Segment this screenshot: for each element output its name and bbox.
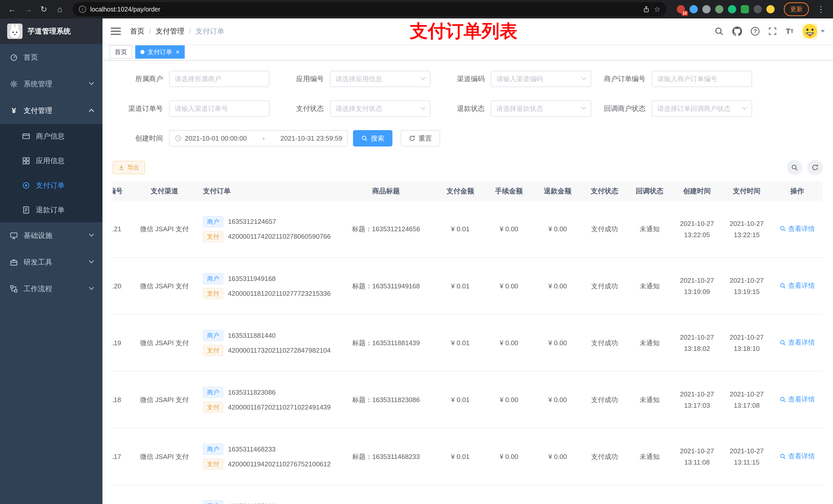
extension-icon[interactable]: 10 [677, 5, 685, 13]
view-detail-link[interactable]: 查看详情 [780, 338, 815, 347]
cell-pay-time: 2021-10-27 13:22:15 [722, 201, 771, 258]
breadcrumb: 首页 支付管理 支付订单 [130, 26, 224, 36]
search-icon[interactable] [714, 27, 723, 36]
sidebar-item-label: 基础设施 [24, 231, 52, 240]
fullscreen-icon[interactable] [768, 27, 777, 35]
sidebar-item-app-info[interactable]: 应用信息 [0, 148, 102, 173]
filter-control[interactable] [169, 71, 269, 87]
date-start: 2021-10-01 00:00:00 [185, 135, 247, 142]
filter-label: 退款状态 [434, 104, 491, 113]
sidebar-item-label: 工作流程 [24, 284, 52, 294]
cell-pay-amount: ¥ 0.01 [436, 258, 485, 314]
cell-channel: 微信 JSAPI 支付 [136, 485, 193, 504]
sidebar-item-refund-order[interactable]: 退款订单 [0, 198, 102, 222]
cell-pay-time: 2021-10-27 13:19:15 [722, 258, 771, 314]
forward-icon[interactable]: → [21, 2, 35, 16]
filter-input[interactable] [336, 105, 418, 113]
filter-control[interactable] [169, 100, 269, 117]
cell-notify-status: 未通知 [627, 201, 672, 258]
breadcrumb-pay-management[interactable]: 支付管理 [144, 26, 185, 36]
home-icon[interactable]: ⌂ [53, 2, 67, 16]
cell-channel: 微信 JSAPI 支付 [136, 201, 193, 258]
extension-icon[interactable] [703, 5, 711, 13]
github-icon[interactable] [732, 26, 742, 36]
view-detail-link[interactable]: 查看详情 [780, 395, 815, 404]
view-detail-link[interactable]: 查看详情 [780, 452, 815, 461]
page-title-annotation: 支付订单列表 [410, 19, 518, 43]
refresh-button[interactable] [807, 160, 823, 175]
cell-pay-amount: ¥ 0.01 [436, 485, 485, 504]
filter-input[interactable] [175, 105, 264, 113]
sidebar-item-dev-tools[interactable]: 研发工具 [0, 249, 102, 275]
cell-create-time: 2021-10-27 13:22:05 [672, 201, 722, 258]
close-icon[interactable]: × [176, 49, 180, 55]
share-icon[interactable] [643, 6, 650, 13]
extension-icon[interactable] [766, 5, 775, 13]
tab[interactable]: 支付订单 × [135, 45, 185, 58]
sidebar-item-home[interactable]: 首页 [0, 44, 102, 71]
view-detail-link[interactable]: 查看详情 [780, 281, 815, 290]
sidebar-item-pay[interactable]: ¥ 支付管理 [0, 97, 102, 124]
filter-field: 回调商户状态 [595, 100, 752, 117]
reload-icon[interactable]: ↻ [37, 2, 51, 16]
font-size-icon[interactable]: TT [786, 27, 793, 35]
sidebar-item-system[interactable]: 系统管理 [0, 71, 102, 97]
sidebar-item-label: 退款订单 [36, 205, 65, 215]
help-icon[interactable]: ? [751, 27, 760, 35]
view-detail-link[interactable]: 查看详情 [780, 224, 815, 233]
sidebar-item-workflow[interactable]: 工作流程 [0, 275, 102, 302]
extension-icon[interactable] [754, 5, 762, 13]
breadcrumb-home[interactable]: 首页 [130, 26, 144, 36]
url-text: localhost:1024/pay/order [90, 6, 639, 13]
reset-button-label: 重置 [419, 134, 432, 143]
filter-control[interactable] [491, 71, 591, 87]
sidebar-item-label: 系统管理 [24, 79, 52, 89]
filter-control[interactable] [330, 71, 430, 87]
cell-fee-amount: ¥ 0.00 [485, 371, 533, 428]
extension-icon[interactable] [728, 5, 736, 13]
search-button[interactable]: 搜索 [353, 130, 392, 146]
filter-input[interactable] [657, 75, 746, 83]
reset-button[interactable]: 重置 [401, 130, 440, 146]
hide-search-button[interactable] [787, 160, 802, 175]
site-info-icon[interactable]: i [79, 6, 86, 13]
date-range-picker[interactable]: 2021-10-01 00:00:00 - 2021-10-31 23:59:5… [169, 130, 348, 146]
filter-control[interactable] [330, 100, 430, 117]
filter-control[interactable] [652, 71, 752, 87]
cell-actions: 查看详情 [771, 314, 823, 371]
cell-actions: 查看详情 [771, 201, 823, 258]
cell-refund-amount: ¥ 0.00 [533, 314, 582, 371]
cell-title: 标题：1635311823086 [336, 371, 436, 428]
filter-input[interactable] [336, 75, 418, 83]
cell-pay-time: 2021-10-27 13:18:10 [722, 314, 771, 371]
extension-icon[interactable] [690, 5, 698, 13]
tags-view: 首页 支付订单 × [102, 44, 833, 61]
back-icon[interactable]: ← [5, 2, 19, 16]
bookmark-star-icon[interactable]: ☆ [654, 5, 660, 14]
hamburger-icon[interactable] [111, 26, 121, 37]
breadcrumb-pay-order: 支付订单 [185, 26, 224, 36]
filter-input[interactable] [657, 105, 740, 113]
browser-update-button[interactable]: 更新 [784, 2, 809, 16]
filter-input[interactable] [496, 105, 579, 113]
extension-icon[interactable] [741, 5, 749, 13]
browser-menu-icon[interactable]: ⋮ [814, 2, 828, 16]
filter-input[interactable] [496, 75, 579, 83]
sidebar-item-pay-order[interactable]: 支付订单 [0, 173, 102, 198]
cell-fee-amount: ¥ 0.00 [485, 258, 533, 314]
sidebar-item-merchant-info[interactable]: 商户信息 [0, 124, 102, 148]
filter-control[interactable] [652, 100, 752, 117]
date-end: 2021-10-31 23:59:59 [281, 135, 342, 142]
export-button[interactable]: 导出 [113, 161, 145, 174]
extension-icon[interactable] [715, 5, 723, 13]
sidebar-logo[interactable]: 芋道管理系统 [0, 19, 102, 44]
cell-create-time: 2021-10-27 13:11:08 [672, 428, 722, 485]
filter-control[interactable] [491, 100, 591, 117]
filter-input[interactable] [175, 75, 264, 83]
pay-tag: 支付 [203, 458, 223, 470]
url-bar[interactable]: i localhost:1024/pay/order ☆ [73, 2, 667, 16]
tab-label: 首页 [115, 48, 127, 56]
sidebar-item-infra[interactable]: 基础设施 [0, 222, 102, 249]
tab[interactable]: 首页 [110, 45, 132, 58]
user-menu[interactable] [802, 24, 825, 39]
